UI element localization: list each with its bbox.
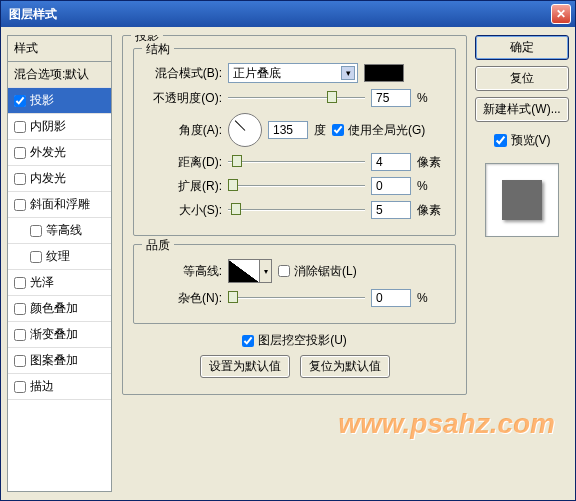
spread-row: 扩展(R): %	[144, 177, 445, 195]
cancel-button[interactable]: 复位	[475, 66, 569, 91]
angle-unit: 度	[314, 122, 326, 139]
sidebar-item-inner-shadow[interactable]: 内阴影	[8, 114, 111, 140]
reset-default-button[interactable]: 复位为默认值	[300, 355, 390, 378]
noise-label: 杂色(N):	[144, 290, 222, 307]
new-style-button[interactable]: 新建样式(W)...	[475, 97, 569, 122]
preview-checkbox[interactable]	[494, 134, 507, 147]
opacity-label: 不透明度(O):	[144, 90, 222, 107]
preview-box	[485, 163, 559, 237]
main-panel: 投影 结构 混合模式(B): 正片叠底 ▾ 不透明度(O):	[118, 35, 471, 492]
right-panel: 确定 复位 新建样式(W)... 预览(V)	[471, 35, 569, 492]
size-label: 大小(S):	[144, 202, 222, 219]
chevron-down-icon: ▾	[260, 259, 272, 283]
sidebar-item-satin[interactable]: 光泽	[8, 270, 111, 296]
noise-slider[interactable]	[228, 289, 365, 307]
window-title: 图层样式	[9, 6, 551, 23]
angle-label: 角度(A):	[144, 122, 222, 139]
spread-input[interactable]	[371, 177, 411, 195]
sidebar-item-stroke[interactable]: 描边	[8, 374, 111, 400]
default-buttons-row: 设置为默认值 复位为默认值	[133, 355, 456, 378]
noise-input[interactable]	[371, 289, 411, 307]
preview-check[interactable]: 预览(V)	[475, 132, 569, 149]
sidebar-header: 样式	[8, 36, 111, 62]
blend-mode-row: 混合模式(B): 正片叠底 ▾	[144, 63, 445, 83]
size-row: 大小(S): 像素	[144, 201, 445, 219]
noise-row: 杂色(N): %	[144, 289, 445, 307]
ok-button[interactable]: 确定	[475, 35, 569, 60]
knockout-checkbox[interactable]	[242, 335, 254, 347]
sidebar-item-inner-glow[interactable]: 内发光	[8, 166, 111, 192]
blend-mode-label: 混合模式(B):	[144, 65, 222, 82]
blend-mode-select[interactable]: 正片叠底 ▾	[228, 63, 358, 83]
slider-thumb-icon[interactable]	[231, 203, 241, 215]
contour-picker[interactable]: ▾	[228, 259, 272, 283]
structure-title: 结构	[142, 41, 174, 58]
quality-title: 品质	[142, 237, 174, 254]
distance-slider[interactable]	[228, 153, 365, 171]
distance-label: 距离(D):	[144, 154, 222, 171]
opacity-slider[interactable]	[228, 89, 365, 107]
slider-thumb-icon[interactable]	[228, 291, 238, 303]
sidebar-item-bevel-emboss[interactable]: 斜面和浮雕	[8, 192, 111, 218]
antialias-checkbox[interactable]	[278, 265, 290, 277]
sidebar-item-color-overlay[interactable]: 颜色叠加	[8, 296, 111, 322]
checkbox-inner-shadow[interactable]	[14, 121, 26, 133]
sidebar-item-gradient-overlay[interactable]: 渐变叠加	[8, 322, 111, 348]
opacity-row: 不透明度(O): %	[144, 89, 445, 107]
slider-thumb-icon[interactable]	[232, 155, 242, 167]
checkbox-bevel-emboss[interactable]	[14, 199, 26, 211]
global-light-check[interactable]: 使用全局光(G)	[332, 122, 425, 139]
style-sidebar: 样式 混合选项:默认 投影 内阴影 外发光 内发光 斜面和浮	[7, 35, 112, 492]
spread-unit: %	[417, 179, 445, 193]
antialias-check[interactable]: 消除锯齿(L)	[278, 263, 357, 280]
preview-swatch-icon	[502, 180, 542, 220]
knockout-row: 图层挖空投影(U)	[133, 332, 456, 349]
contour-label: 等高线:	[144, 263, 222, 280]
checkbox-drop-shadow[interactable]	[14, 95, 26, 107]
slider-thumb-icon[interactable]	[228, 179, 238, 191]
slider-thumb-icon[interactable]	[327, 91, 337, 103]
close-icon: ✕	[556, 7, 566, 21]
checkbox-pattern-overlay[interactable]	[14, 355, 26, 367]
angle-line-icon	[235, 120, 246, 131]
opacity-input[interactable]	[371, 89, 411, 107]
structure-group: 结构 混合模式(B): 正片叠底 ▾ 不透明度(O):	[133, 48, 456, 236]
angle-dial[interactable]	[228, 113, 262, 147]
sidebar-item-outer-glow[interactable]: 外发光	[8, 140, 111, 166]
layer-style-dialog: 图层样式 ✕ 样式 混合选项:默认 投影 内阴影 外发光	[0, 0, 576, 501]
contour-swatch-icon	[228, 259, 260, 283]
noise-unit: %	[417, 291, 445, 305]
distance-row: 距离(D): 像素	[144, 153, 445, 171]
size-slider[interactable]	[228, 201, 365, 219]
checkbox-contour[interactable]	[30, 225, 42, 237]
size-unit: 像素	[417, 202, 445, 219]
sidebar-blend-options[interactable]: 混合选项:默认	[8, 62, 111, 88]
close-button[interactable]: ✕	[551, 4, 571, 24]
spread-label: 扩展(R):	[144, 178, 222, 195]
sidebar-item-drop-shadow[interactable]: 投影	[8, 88, 111, 114]
sidebar-item-texture[interactable]: 纹理	[8, 244, 111, 270]
shadow-color-swatch[interactable]	[364, 64, 404, 82]
titlebar[interactable]: 图层样式 ✕	[1, 1, 575, 27]
quality-group: 品质 等高线: ▾ 消除锯齿(L) 杂色(N):	[133, 244, 456, 324]
global-light-checkbox[interactable]	[332, 124, 344, 136]
sidebar-item-contour[interactable]: 等高线	[8, 218, 111, 244]
knockout-check[interactable]: 图层挖空投影(U)	[242, 332, 347, 349]
set-default-button[interactable]: 设置为默认值	[200, 355, 290, 378]
size-input[interactable]	[371, 201, 411, 219]
opacity-unit: %	[417, 91, 445, 105]
spread-slider[interactable]	[228, 177, 365, 195]
checkbox-color-overlay[interactable]	[14, 303, 26, 315]
drop-shadow-group: 投影 结构 混合模式(B): 正片叠底 ▾ 不透明度(O):	[122, 35, 467, 395]
checkbox-gradient-overlay[interactable]	[14, 329, 26, 341]
checkbox-inner-glow[interactable]	[14, 173, 26, 185]
distance-input[interactable]	[371, 153, 411, 171]
checkbox-stroke[interactable]	[14, 381, 26, 393]
checkbox-texture[interactable]	[30, 251, 42, 263]
sidebar-item-pattern-overlay[interactable]: 图案叠加	[8, 348, 111, 374]
checkbox-satin[interactable]	[14, 277, 26, 289]
dialog-content: 样式 混合选项:默认 投影 内阴影 外发光 内发光 斜面和浮	[1, 27, 575, 500]
checkbox-outer-glow[interactable]	[14, 147, 26, 159]
distance-unit: 像素	[417, 154, 445, 171]
angle-input[interactable]	[268, 121, 308, 139]
